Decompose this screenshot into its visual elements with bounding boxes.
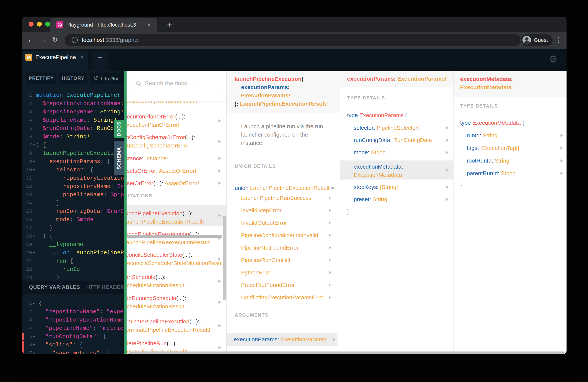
code-line[interactable]: 5▾ "runConfigData": { — [22, 333, 126, 341]
union-member-row[interactable]: PythonError — [241, 268, 340, 277]
code-line[interactable]: 20▾ ... on LaunchPipelineRunSuccess { — [22, 249, 126, 257]
fold-arrow-icon[interactable]: ▾ — [32, 166, 36, 174]
close-playground-tab-icon[interactable]: × — [80, 51, 84, 64]
query-variables-editor[interactable]: 1▾{2 "repositoryName": "exper3 "reposito… — [22, 299, 126, 354]
code-line[interactable]: 22 runId — [22, 265, 126, 274]
fold-arrow-icon[interactable]: ▾ — [32, 141, 36, 149]
endpoint-input[interactable]: ↺http://loc — [90, 72, 126, 84]
type-field-row[interactable]: rootRunId: String — [454, 156, 567, 165]
code-line[interactable]: 23 } — [22, 274, 126, 281]
code-line[interactable]: 4 "pipelineName": "metrics — [22, 324, 126, 333]
docs-field-row[interactable]: executionPlanOrError(...):ExecutionPlanO… — [126, 112, 226, 129]
tab-schema[interactable]: SCHEMA — [114, 141, 124, 175]
tab-docs[interactable]: DOCS — [114, 120, 124, 138]
code-line[interactable]: 8 launchPipelineExecution( — [22, 149, 126, 157]
code-line[interactable]: 2 $repositoryLocationName: String! — [22, 100, 126, 108]
type-field-row[interactable]: parentRunId: String — [454, 169, 567, 177]
reload-icon[interactable]: ↻ — [52, 32, 58, 49]
union-member-row[interactable]: LaunchPipelineRunSuccess — [241, 194, 340, 202]
code-line[interactable]: 4 $pipelineName: String! — [22, 116, 126, 124]
docs-panel-edge[interactable] — [124, 71, 126, 354]
fold-arrow-icon[interactable]: ▾ — [32, 157, 36, 166]
type-field-row[interactable]: executionMetadata:ExecutionMetadata — [340, 161, 453, 179]
code-line[interactable]: 1▾{ — [22, 299, 126, 308]
docs-field-row[interactable]: reconcileSchedulerState(...):ReconcileSc… — [126, 251, 226, 267]
fold-arrow-icon[interactable]: ▾ — [32, 249, 36, 257]
prettify-button[interactable]: PRETTIFY — [26, 72, 56, 84]
code-line[interactable]: 13 pipelineName: $pipelineName — [22, 191, 126, 199]
type-field-row[interactable]: runConfigData: RunConfigData — [340, 136, 453, 144]
close-tab-icon[interactable]: × — [147, 18, 151, 32]
type-field-row[interactable]: preset: String — [340, 195, 453, 203]
history-button[interactable]: HISTORY — [60, 72, 87, 84]
fold-arrow-icon[interactable]: ▾ — [32, 232, 36, 240]
type-field-row[interactable]: runId: String — [454, 131, 567, 140]
code-line[interactable]: 6 $mode: String! — [22, 133, 126, 141]
fold-arrow-icon[interactable]: ▾ — [32, 349, 36, 354]
docs-field-row[interactable]: terminatePipelineExecution(...):Terminat… — [126, 318, 226, 334]
graphql-query-editor[interactable]: 1mutation ExecutePipeline(2 $repositoryL… — [22, 91, 126, 281]
fold-arrow-icon[interactable]: ▾ — [32, 299, 36, 308]
fold-arrow-icon[interactable]: ▾ — [32, 333, 36, 341]
docs-field-row[interactable]: assetOrError(...): AssetOrError! — [126, 179, 226, 188]
docs-field-row[interactable]: runConfigSchemaOrError(...):RunConfigSch… — [126, 133, 226, 150]
code-line[interactable]: 5 $runConfigData: RunConfigData — [22, 124, 126, 133]
union-member-row[interactable]: ConflictingExecutionParamsError — [241, 293, 340, 301]
code-line[interactable]: 11 repositoryLocationName: $repositoryLo… — [22, 174, 126, 182]
settings-gear-icon[interactable]: ⚙ — [549, 54, 558, 65]
code-line[interactable]: 7▾ "save metrics": { — [22, 349, 126, 354]
forward-icon[interactable]: → — [40, 32, 47, 49]
code-line[interactable]: 1mutation ExecutePipeline( — [22, 91, 126, 100]
docs-field-row[interactable]: launchPipelineReexecution(...):LaunchPip… — [126, 230, 226, 247]
code-line[interactable]: 21 run { — [22, 257, 126, 265]
zoom-window-button[interactable] — [45, 22, 50, 26]
tab-http-headers[interactable]: HTTP HEADERS — [86, 281, 126, 294]
type-field-row[interactable]: mode: String — [340, 148, 453, 156]
docs-field-row[interactable]: instance: Instance! — [126, 154, 226, 163]
browser-tab[interactable]: Playground - http://localhost:3 × — [50, 18, 157, 32]
profile-button[interactable]: Guest — [520, 34, 553, 46]
docs-field-row[interactable]: stopRunningSchedule(...):ScheduleMutatio… — [126, 294, 226, 311]
code-line[interactable]: 2 "repositoryName": "exper — [22, 308, 126, 316]
union-member-row[interactable]: InvalidStepError — [241, 206, 340, 214]
address-bar[interactable]: i localhost:3333/graphql — [64, 34, 521, 46]
docs-horizontal-scrollbar[interactable] — [129, 352, 565, 354]
type-field-row[interactable]: stepKeys: [String!] — [340, 183, 453, 191]
docs-field-row[interactable]: launchPipelineExecution(...):LaunchPipel… — [126, 205, 226, 226]
new-tab-button[interactable]: + — [164, 19, 175, 30]
docs-field-row-partial[interactable]: PipelineConfigValidationResult! — [126, 102, 226, 105]
type-field-row[interactable]: tags: [ExecutionTag!] — [454, 144, 567, 152]
code-line[interactable]: 3 $repositoryName: String! — [22, 108, 126, 116]
browser-menu-icon[interactable]: ⋮ — [555, 32, 562, 49]
union-member-row[interactable]: PresetNotFoundError — [241, 281, 340, 289]
fold-arrow-icon[interactable]: ▾ — [32, 341, 36, 349]
close-window-button[interactable] — [29, 22, 34, 26]
playground-tab[interactable]: M ExecutePipeline × — [22, 51, 88, 71]
tab-query-variables[interactable]: QUERY VARIABLES — [29, 281, 80, 294]
code-line[interactable]: 9▾ executionParams: { — [22, 157, 126, 166]
code-line[interactable]: 16 mode: $mode — [22, 215, 126, 224]
code-line[interactable]: 3 "repositoryLocationName": — [22, 316, 126, 324]
code-line[interactable]: 12 repositoryName: $repositoryName — [22, 182, 126, 191]
back-icon[interactable]: ← — [27, 32, 34, 49]
union-member-row[interactable]: PipelineNotFoundError — [241, 244, 340, 252]
union-member-row[interactable]: PipelineRunConflict — [241, 256, 340, 264]
argument-row[interactable]: executionParams: ExecutionParams! — [227, 333, 337, 346]
minimize-window-button[interactable] — [37, 22, 42, 26]
code-line[interactable]: 7▾) { — [22, 141, 126, 149]
code-line[interactable]: 10▾ selector: { — [22, 166, 126, 174]
code-line[interactable]: 6▾ "solids": { — [22, 341, 126, 349]
vertical-scrollbar[interactable] — [223, 215, 226, 300]
code-line[interactable]: 17 } — [22, 224, 126, 232]
docs-field-row[interactable]: assetsOrError: AssetsOrError! — [126, 167, 226, 175]
union-member-row[interactable]: InvalidOutputError — [241, 219, 340, 227]
docs-field-row[interactable]: startSchedule(...):ScheduleMutationResul… — [126, 273, 226, 290]
site-info-icon[interactable]: i — [72, 37, 78, 43]
code-line[interactable]: 15 runConfigData: $runConfigData — [22, 207, 126, 215]
union-member-row[interactable]: PipelineConfigValidationInvalid — [241, 231, 340, 239]
horizontal-scrollbar[interactable] — [126, 235, 222, 238]
code-line[interactable]: 14 } — [22, 199, 126, 207]
code-line[interactable]: 18▾ ) { — [22, 232, 126, 240]
type-field-row[interactable]: selector: PipelineSelector! — [340, 124, 453, 132]
new-playground-tab-button[interactable]: + — [92, 51, 108, 71]
